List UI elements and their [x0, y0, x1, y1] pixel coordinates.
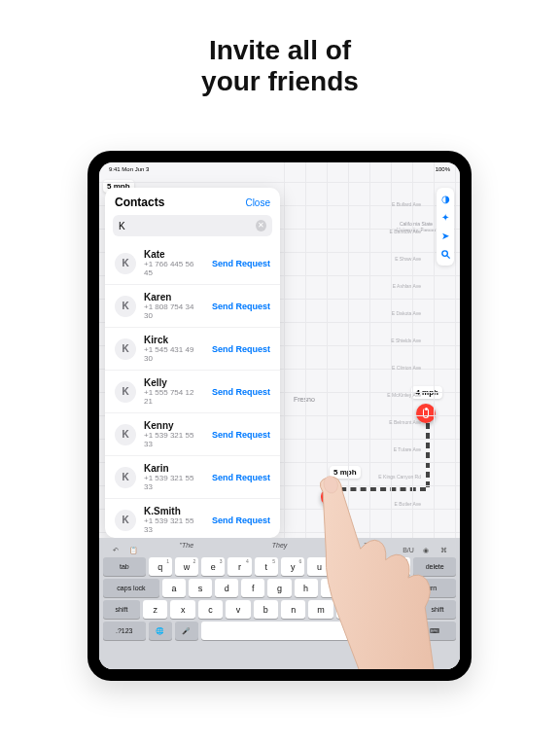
- send-request-button[interactable]: Send Request: [212, 387, 270, 397]
- key-g[interactable]: g: [267, 579, 291, 597]
- key-k[interactable]: k: [347, 579, 370, 597]
- key-q[interactable]: q1: [149, 557, 172, 576]
- avatar: K: [115, 510, 136, 531]
- contact-phone: +1 808 754 34 30: [144, 302, 204, 320]
- contact-row[interactable]: KKirck+1 545 431 49 30Send Request: [105, 327, 280, 370]
- key-f[interactable]: f: [241, 579, 264, 597]
- tablet-frame: 9:41 Mon Jun 3 100% Fresno California St…: [88, 151, 472, 681]
- key-space[interactable]: [201, 622, 366, 640]
- format-icon[interactable]: B/U: [402, 545, 415, 556]
- contact-name: Kenny: [144, 420, 204, 431]
- tablet-screen: 9:41 Mon Jun 3 100% Fresno California St…: [99, 162, 460, 669]
- key-e[interactable]: e3: [201, 557, 225, 576]
- svg-line-1: [446, 256, 449, 259]
- send-request-button[interactable]: Send Request: [212, 516, 270, 525]
- street-label: E Ashlan Ave: [393, 283, 421, 289]
- key-r[interactable]: r4: [228, 557, 251, 576]
- street-label: E Tulare Ave: [394, 446, 421, 452]
- camera-icon[interactable]: ◉: [419, 545, 433, 556]
- contact-row[interactable]: KKenny+1 539 321 55 33Send Request: [105, 412, 280, 455]
- key-m[interactable]: m: [308, 600, 332, 619]
- key-d[interactable]: d: [215, 579, 238, 597]
- key-n[interactable]: n: [281, 600, 305, 619]
- close-button[interactable]: Close: [245, 197, 270, 208]
- key-o[interactable]: o9: [361, 557, 384, 576]
- avatar: K: [115, 338, 136, 360]
- key-,[interactable]: ,: [336, 600, 361, 619]
- avatar: K: [115, 253, 136, 274]
- status-time: 9:41 Mon Jun 3: [109, 166, 149, 172]
- key-numswitch[interactable]: .?123: [368, 622, 411, 640]
- contact-phone: +1 766 445 56 45: [144, 260, 204, 277]
- key-tab[interactable]: tab: [103, 557, 146, 576]
- key-numswitch[interactable]: .?123: [103, 622, 146, 640]
- avatar: K: [115, 381, 136, 403]
- contact-phone: +1 539 321 55 33: [144, 431, 204, 448]
- key-return[interactable]: return: [400, 579, 456, 597]
- street-label: E Shields Ave: [391, 338, 421, 343]
- street-label: E Barstow Ave: [390, 229, 421, 234]
- contact-name: Kate: [144, 249, 204, 260]
- contact-row[interactable]: KKelly+1 555 754 12 21Send Request: [105, 370, 280, 412]
- send-request-button[interactable]: Send Request: [212, 430, 270, 440]
- key-![interactable]: !: [392, 600, 416, 619]
- send-request-button[interactable]: Send Request: [212, 302, 270, 311]
- key-shift[interactable]: shift: [419, 600, 456, 619]
- contact-row[interactable]: KKarin+1 539 321 55 33Send Request: [105, 455, 280, 498]
- key-c[interactable]: c: [198, 600, 223, 619]
- street-label: E Dakota Ave: [392, 310, 421, 316]
- search-field[interactable]: ✕: [113, 215, 272, 236]
- key-y[interactable]: y6: [281, 557, 304, 576]
- prediction[interactable]: "The: [142, 542, 231, 555]
- contact-row[interactable]: KKaren+1 808 754 34 30Send Request: [105, 284, 280, 327]
- attach-icon[interactable]: ⌘: [437, 545, 450, 556]
- key-t[interactable]: t5: [255, 557, 278, 576]
- key-delete[interactable]: delete: [413, 557, 456, 576]
- key-i[interactable]: i8: [334, 557, 358, 576]
- key-l[interactable]: l: [373, 579, 397, 597]
- street-label: E McKinley Ave: [387, 392, 421, 398]
- street-label: E Belmont Ave: [389, 419, 421, 425]
- key-v[interactable]: v: [226, 600, 250, 619]
- map-marker[interactable]: [321, 487, 340, 507]
- key-x[interactable]: x: [170, 600, 194, 619]
- key-.[interactable]: .: [364, 600, 388, 619]
- key-shift[interactable]: shift: [103, 600, 140, 619]
- send-request-button[interactable]: Send Request: [212, 259, 270, 268]
- undo-icon[interactable]: ↶: [109, 545, 122, 556]
- hide-keyboard-icon[interactable]: ⌨: [414, 622, 457, 640]
- key-w[interactable]: w2: [175, 557, 198, 576]
- contact-row[interactable]: KKate+1 766 445 56 45Send Request: [105, 242, 280, 284]
- avatar: K: [115, 424, 136, 445]
- key-b[interactable]: b: [254, 600, 278, 619]
- key-h[interactable]: h: [295, 579, 318, 597]
- prediction[interactable]: They: [235, 542, 325, 555]
- avatar: K: [115, 296, 136, 317]
- key-s[interactable]: s: [189, 579, 212, 597]
- key-p[interactable]: p0: [387, 557, 410, 576]
- key-a[interactable]: a: [162, 579, 186, 597]
- clipboard-icon[interactable]: 📋: [126, 545, 140, 556]
- key-z[interactable]: z: [143, 600, 167, 619]
- contact-phone: +1 539 321 55 33: [144, 474, 204, 491]
- search-icon[interactable]: [440, 249, 451, 260]
- send-request-button[interactable]: Send Request: [212, 344, 270, 354]
- contacts-list: KKate+1 766 445 56 45Send RequestKKaren+…: [105, 242, 280, 538]
- contact-row[interactable]: KK.Smith+1 539 321 55 33Send Request: [105, 498, 280, 538]
- key-caps lock[interactable]: caps lock: [103, 579, 159, 597]
- svg-point-0: [441, 251, 447, 257]
- navigation-icon[interactable]: ➤: [440, 231, 451, 241]
- history-icon[interactable]: ◑: [440, 194, 451, 204]
- key-j[interactable]: j: [321, 579, 344, 597]
- key-u[interactable]: u7: [307, 557, 331, 576]
- mic-icon[interactable]: 🎤: [175, 622, 198, 640]
- search-input[interactable]: [119, 221, 256, 231]
- keyboard: ↶ 📋 "The They There B/U ◉ ⌘ tabq1w2e3r4t…: [99, 538, 460, 669]
- status-battery: 100%: [436, 166, 450, 172]
- globe-icon[interactable]: 🌐: [149, 622, 172, 640]
- map-tools: ◑ ✦ ➤: [437, 188, 454, 266]
- panel-title: Contacts: [115, 196, 164, 209]
- send-request-button[interactable]: Send Request: [212, 473, 270, 482]
- clear-icon[interactable]: ✕: [256, 220, 266, 231]
- location-pin-icon[interactable]: ✦: [440, 212, 451, 223]
